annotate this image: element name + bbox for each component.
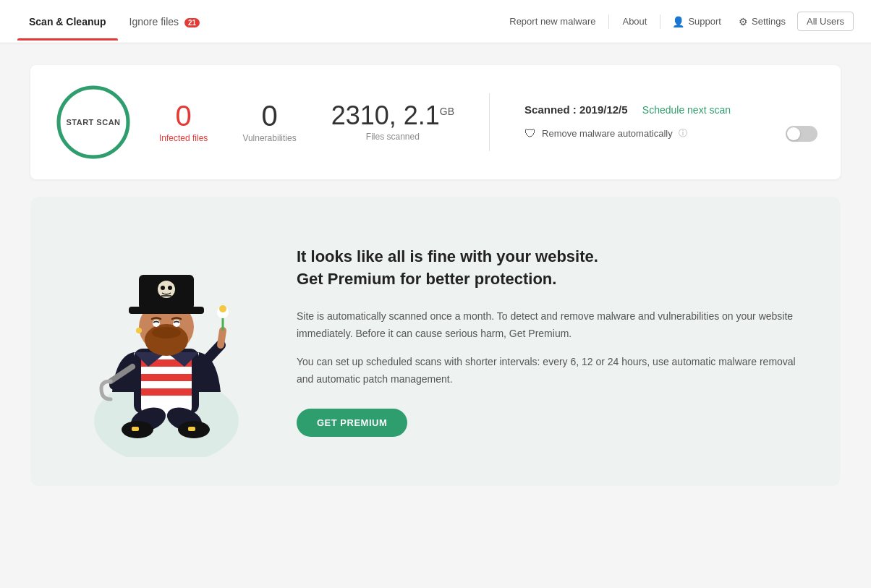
auto-remove-label: Remove malware automatically [542, 128, 673, 139]
promo-text: It looks like all is fine with your webs… [297, 246, 806, 437]
start-scan-label: START SCAN [66, 118, 120, 127]
promo-desc-1: Site is automatically scanned once a mon… [297, 308, 806, 343]
nav-separator-2 [660, 14, 660, 29]
support-person-icon: 👤 [672, 16, 684, 27]
nav-right: Report new malware About 👤 Support ⚙ Set… [502, 12, 854, 32]
auto-remove-toggle[interactable] [786, 126, 817, 142]
report-malware-link[interactable]: Report new malware [502, 12, 603, 31]
all-users-dropdown[interactable]: All Users [797, 12, 854, 31]
about-link[interactable]: About [615, 12, 654, 31]
auto-remove-icon: 🛡 [524, 127, 536, 140]
scan-info: Scanned : 2019/12/5 Schedule next scan 🛡… [524, 103, 817, 142]
promo-desc-2: You can set up scheduled scans with shor… [297, 354, 806, 388]
svg-point-18 [168, 286, 172, 290]
tab-ignore-files[interactable]: Ignore files 21 [118, 3, 212, 41]
schedule-next-scan-link[interactable]: Schedule next scan [642, 104, 731, 116]
pirate-illustration [65, 226, 268, 457]
svg-rect-33 [188, 427, 195, 431]
ignore-files-badge: 21 [184, 18, 200, 27]
main-header: Scan & Cleanup Ignore files 21 Report ne… [0, 0, 871, 43]
scanned-date-row: Scanned : 2019/12/5 Schedule next scan [524, 103, 817, 116]
main-content: START SCAN 0 Infected files 0 Vulnerabil… [1, 43, 870, 508]
infected-label: Infected files [159, 133, 208, 143]
infected-count: 0 [159, 101, 208, 130]
promo-heading: It looks like all is fine with your webs… [297, 246, 806, 291]
info-icon[interactable]: ⓘ [679, 127, 687, 140]
nav-separator-1 [608, 14, 609, 29]
svg-rect-6 [141, 374, 192, 381]
vulnerabilities-stat: 0 Vulnerabilities [242, 101, 296, 143]
auto-remove-row: 🛡 Remove malware automatically ⓘ [524, 126, 817, 142]
svg-rect-7 [141, 388, 192, 396]
gear-icon: ⚙ [739, 16, 748, 27]
infected-files-stat: 0 Infected files [159, 101, 208, 143]
svg-rect-32 [132, 427, 139, 431]
get-premium-button[interactable]: GET PREMIUM [297, 409, 407, 437]
stats-row: START SCAN 0 Infected files 0 Vulnerabil… [30, 65, 841, 179]
svg-point-11 [152, 327, 181, 338]
svg-line-24 [221, 331, 223, 345]
vulnerabilities-label: Vulnerabilities [242, 133, 296, 143]
svg-point-27 [219, 305, 226, 312]
svg-point-17 [161, 286, 165, 290]
svg-point-20 [136, 328, 142, 333]
settings-nav-item[interactable]: ⚙ Settings [733, 12, 791, 32]
support-nav-item[interactable]: 👤 Support [666, 12, 727, 32]
files-scanned-stat: 2310, 2.1GB Files scanned [331, 103, 454, 142]
vulnerabilities-count: 0 [242, 101, 296, 130]
nav-left: Scan & Cleanup Ignore files 21 [17, 3, 211, 41]
promo-card: It looks like all is fine with your webs… [30, 197, 841, 486]
tab-scan-cleanup[interactable]: Scan & Cleanup [17, 3, 118, 41]
stats-divider [489, 93, 490, 151]
start-scan-button[interactable]: START SCAN [54, 82, 133, 162]
files-label: Files scanned [331, 132, 454, 142]
files-count: 2310, 2.1GB [331, 103, 454, 129]
